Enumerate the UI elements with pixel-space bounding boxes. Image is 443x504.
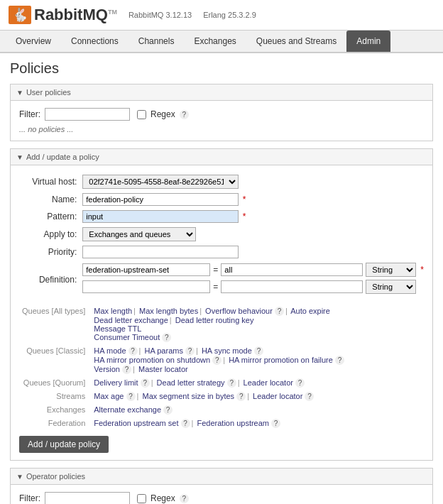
def-eq-2: =: [213, 282, 218, 292]
def-val-input[interactable]: all: [221, 263, 363, 276]
apply-to-select[interactable]: Exchanges and queues Exchanges Queues: [82, 227, 196, 241]
hint-ha-mirror-shutdown[interactable]: HA mirror promotion on shutdown: [94, 356, 210, 364]
hint-max-segment-size[interactable]: Max segment size in bytes: [142, 392, 234, 400]
name-input[interactable]: federation-policy: [82, 193, 239, 206]
user-policies-filter-input[interactable]: [45, 108, 130, 121]
def-row-2: = String Number Boolean List: [82, 280, 424, 294]
regex-help-icon[interactable]: ?: [180, 110, 189, 119]
priority-input[interactable]: [82, 246, 239, 258]
leader-locator-streams-help[interactable]: ?: [305, 392, 314, 401]
hint-leader-locator-streams[interactable]: Leader locator: [253, 392, 302, 400]
operator-filter-input[interactable]: [45, 492, 130, 504]
ha-sync-help-icon[interactable]: ?: [254, 346, 263, 356]
nav-queues-streams[interactable]: Queues and Streams: [246, 31, 346, 52]
name-required: *: [243, 195, 246, 204]
hint-ha-params[interactable]: HA params: [145, 346, 183, 355]
max-segment-help[interactable]: ?: [236, 392, 246, 401]
add-policy-button[interactable]: Add / update policy: [19, 436, 109, 453]
ha-mirror-failure-help[interactable]: ?: [335, 356, 344, 365]
operator-policies-section: ▼ Operator policies Filter: Regex ? ... …: [10, 468, 433, 504]
def-key-input[interactable]: federation-upstream-set: [82, 263, 210, 276]
main-nav: Overview Connections Channels Exchanges …: [0, 31, 443, 53]
hints-links-federation: Federation upstream set ?| Federation up…: [91, 417, 424, 430]
nav-connections[interactable]: Connections: [61, 31, 128, 52]
operator-policies-header[interactable]: ▼ Operator policies: [11, 469, 432, 485]
hint-auto-expire[interactable]: Auto expire: [290, 307, 330, 315]
overflow-help-icon[interactable]: ?: [275, 307, 284, 316]
ha-params-help-icon[interactable]: ?: [185, 346, 195, 356]
def-row-1: federation-upstream-set = all String Num…: [82, 263, 424, 277]
hint-dead-letter-strategy[interactable]: Dead letter strategy: [157, 378, 225, 387]
federation-upstream-set-help[interactable]: ?: [181, 419, 190, 428]
def-key-input-2[interactable]: [82, 280, 210, 293]
consumer-timeout-help-icon[interactable]: ?: [162, 333, 171, 342]
hint-version[interactable]: Version: [94, 365, 120, 373]
pattern-control: input *: [82, 208, 424, 225]
leader-locator-quorum-help[interactable]: ?: [295, 378, 305, 388]
hint-message-ttl[interactable]: Message TTL: [94, 324, 141, 333]
hints-links-queues-all: Max length| Max length bytes| Overflow b…: [91, 305, 424, 344]
hint-max-length-bytes[interactable]: Max length bytes: [139, 307, 198, 315]
apply-to-label: Apply to:: [19, 225, 82, 243]
vhost-row: Virtual host: 02f2741e-5095-4558-8eaf-8e…: [19, 172, 424, 191]
hints-label-queues-classic: Queues [Classic]: [19, 344, 91, 376]
user-policies-header[interactable]: ▼ User policies: [11, 84, 432, 101]
def-type-select-1[interactable]: String Number Boolean List: [366, 263, 416, 277]
operator-regex-checkbox[interactable]: [137, 494, 146, 503]
hint-ha-mirror-failure[interactable]: HA mirror promotion on failure: [229, 356, 333, 364]
nav-admin[interactable]: Admin: [346, 31, 390, 52]
app-header: 🐇 RabbitMQTM RabbitMQ 3.12.13 Erlang 25.…: [0, 0, 443, 31]
ha-mode-help-icon[interactable]: ?: [128, 346, 138, 356]
hints-links-exchanges: Alternate exchange ?: [91, 403, 424, 417]
add-policy-header[interactable]: ▼ Add / update a policy: [11, 149, 432, 165]
pattern-input[interactable]: input: [82, 210, 239, 223]
user-policies-body: Filter: Regex ? ... no policies ...: [11, 101, 432, 141]
hint-overflow[interactable]: Overflow behaviour: [205, 307, 273, 315]
hint-federation-upstream-set[interactable]: Federation upstream set: [94, 419, 178, 427]
hint-dead-letter-exchange[interactable]: Dead letter exchange: [94, 316, 168, 324]
hint-ha-mode[interactable]: HA mode: [94, 346, 126, 355]
hint-alternate-exchange[interactable]: Alternate exchange: [94, 405, 161, 414]
hints-row-queues-classic: Queues [Classic] HA mode ?| HA params ?|…: [19, 344, 424, 376]
no-user-policies-text: ... no policies ...: [19, 125, 424, 133]
definition-row: Definition: federation-upstream-set = al…: [19, 261, 424, 299]
hints-row-exchanges: Exchanges Alternate exchange ?: [19, 403, 424, 417]
hint-delivery-limit[interactable]: Delivery limit: [94, 378, 138, 387]
name-control: federation-policy *: [82, 191, 424, 208]
hint-master-locator[interactable]: Master locator: [138, 365, 188, 373]
apply-to-control: Exchanges and queues Exchanges Queues: [82, 225, 424, 243]
delivery-limit-help[interactable]: ?: [141, 378, 150, 388]
vhost-control: 02f2741e-5095-4558-8eaf-8e22926e5146: [82, 172, 424, 191]
hint-ha-sync-mode[interactable]: HA sync mode: [202, 346, 252, 355]
def-type-select-2[interactable]: String Number Boolean List: [366, 280, 416, 294]
hint-max-length[interactable]: Max length: [94, 307, 132, 315]
nav-channels[interactable]: Channels: [128, 31, 185, 52]
hint-federation-upstream[interactable]: Federation upstream: [197, 419, 270, 427]
vhost-select[interactable]: 02f2741e-5095-4558-8eaf-8e22926e5146: [82, 175, 239, 189]
nav-exchanges[interactable]: Exchanges: [184, 31, 246, 52]
name-label: Name:: [19, 191, 82, 208]
user-policies-regex-checkbox[interactable]: [137, 110, 146, 119]
user-policies-section: ▼ User policies Filter: Regex ? ... no p…: [10, 84, 433, 141]
operator-regex-label: Regex: [151, 493, 175, 503]
dead-letter-strategy-help[interactable]: ?: [227, 378, 236, 388]
page-title: Policies: [10, 60, 433, 77]
operator-regex-help-icon[interactable]: ?: [180, 494, 189, 503]
regex-label: Regex: [151, 109, 175, 119]
nav-overview[interactable]: Overview: [6, 31, 61, 52]
hints-table: Queues [All types] Max length| Max lengt…: [19, 305, 424, 430]
alternate-exchange-help[interactable]: ?: [163, 405, 173, 415]
def-val-input-2[interactable]: [221, 280, 363, 293]
priority-label: Priority:: [19, 243, 82, 261]
ha-mirror-shutdown-help[interactable]: ?: [212, 356, 222, 365]
operator-filter-row: Filter: Regex ?: [19, 492, 424, 504]
hint-max-age[interactable]: Max age: [94, 392, 124, 400]
hint-leader-locator-quorum[interactable]: Leader locator: [244, 378, 293, 387]
pattern-row: Pattern: input *: [19, 208, 424, 225]
add-policy-form: Virtual host: 02f2741e-5095-4558-8eaf-8e…: [19, 172, 424, 299]
max-age-help[interactable]: ?: [126, 392, 136, 401]
version-help-icon[interactable]: ?: [122, 365, 131, 374]
hint-dead-letter-routing[interactable]: Dead letter routing key: [175, 316, 254, 324]
hint-consumer-timeout[interactable]: Consumer Timeout: [94, 333, 160, 341]
federation-upstream-help[interactable]: ?: [271, 419, 280, 428]
